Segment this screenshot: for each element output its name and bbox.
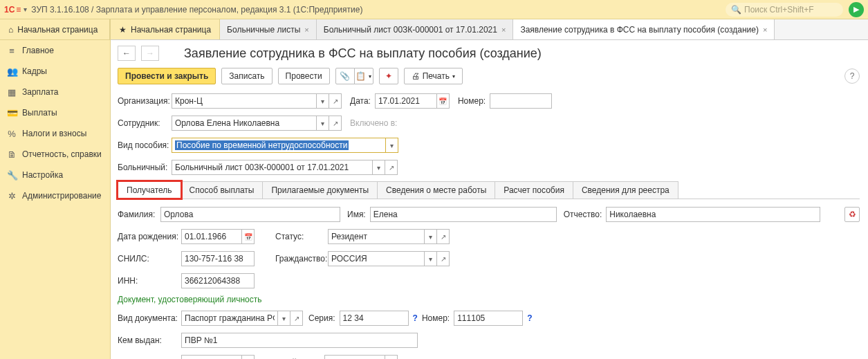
dropdown-icon[interactable]: ▾: [278, 311, 290, 326]
dropdown-icon[interactable]: ▾: [386, 138, 398, 153]
doc-type-input[interactable]: [181, 311, 278, 326]
date-input[interactable]: [375, 93, 437, 109]
issued-by-label: Кем выдан:: [118, 335, 177, 345]
app-logo: 1С≡: [4, 5, 21, 15]
snils-label: СНИЛС:: [118, 254, 177, 264]
dropdown-icon[interactable]: ▾: [425, 229, 437, 244]
patronymic-input[interactable]: [606, 207, 820, 222]
app-menu-chevron[interactable]: ▾: [24, 6, 27, 13]
attach-dropdown[interactable]: 📋▾: [354, 68, 373, 84]
subtab-work-info[interactable]: Сведения о месте работы: [377, 181, 495, 199]
open-icon[interactable]: ↗: [329, 93, 342, 109]
number-help[interactable]: ?: [527, 313, 532, 323]
people-icon: 👥: [7, 66, 17, 77]
sicklist-label: Больничный:: [118, 163, 167, 172]
issue-date-input[interactable]: [181, 355, 242, 359]
subtab-registry-info[interactable]: Сведения для реестра: [573, 181, 678, 199]
inn-input[interactable]: [181, 273, 255, 288]
dropdown-icon[interactable]: ▾: [373, 160, 385, 175]
close-icon[interactable]: ×: [304, 26, 308, 34]
doc-number-input[interactable]: [454, 311, 523, 326]
attach-button[interactable]: 📎: [335, 68, 355, 84]
name-input[interactable]: [370, 207, 557, 222]
org-input[interactable]: [172, 93, 317, 109]
list-icon: ≡: [7, 46, 17, 56]
search-icon: 🔍: [731, 5, 741, 15]
printer-icon: 🖨: [412, 71, 420, 81]
series-label: Серия:: [308, 313, 335, 323]
series-input[interactable]: [340, 311, 409, 326]
tab-sicklists[interactable]: Больничные листы×: [220, 19, 317, 39]
calendar-icon[interactable]: 📅: [242, 229, 255, 244]
tab-fss-application[interactable]: Заявление сотрудника в ФСС на выплату по…: [513, 19, 775, 39]
sidebar-item-taxes[interactable]: %Налоги и взносы: [0, 123, 110, 144]
save-button[interactable]: Записать: [221, 68, 272, 84]
wrench-icon: 🔧: [7, 170, 17, 181]
card-icon: 💳: [7, 108, 17, 118]
status-input[interactable]: [328, 229, 425, 244]
sidebar-item-main[interactable]: ≡Главное: [0, 40, 110, 61]
forward-button[interactable]: →: [141, 46, 159, 61]
calendar-icon[interactable]: 📅: [385, 355, 398, 359]
dropdown-icon[interactable]: ▾: [317, 116, 329, 131]
refresh-person-button[interactable]: ♻: [844, 207, 860, 222]
help-button[interactable]: ?: [844, 68, 860, 84]
submit-button[interactable]: Провести: [278, 68, 330, 84]
employee-input[interactable]: [172, 116, 317, 131]
open-icon[interactable]: ↗: [329, 116, 342, 131]
submit-and-close-button[interactable]: Провести и закрыть: [118, 68, 216, 84]
print-button[interactable]: 🖨Печать▾: [404, 68, 463, 84]
close-icon[interactable]: ×: [763, 26, 767, 34]
doc-icon: 🗎: [7, 149, 17, 160]
open-icon[interactable]: ↗: [385, 160, 398, 175]
patronymic-label: Отчество:: [564, 210, 602, 219]
issued-by-input[interactable]: [181, 333, 418, 348]
grid-icon: ▦: [7, 87, 17, 98]
close-icon[interactable]: ×: [501, 26, 506, 34]
valid-until-input[interactable]: [324, 355, 385, 359]
open-icon[interactable]: ↗: [437, 229, 450, 244]
tab-home-start[interactable]: ★ Начальная страница: [111, 19, 220, 39]
global-search[interactable]: 🔍 Поиск Ctrl+Shift+F: [726, 3, 843, 17]
back-button[interactable]: ←: [118, 46, 136, 61]
sidebar-item-salary[interactable]: ▦Зарплата: [0, 82, 110, 102]
inn-label: ИНН:: [118, 276, 177, 286]
date-label: Дата:: [350, 96, 371, 106]
calendar-icon[interactable]: 📅: [437, 93, 450, 109]
sidebar-item-settings[interactable]: 🔧Настройка: [0, 165, 110, 185]
doc-number-label: Номер:: [422, 313, 450, 323]
run-button[interactable]: ▶: [849, 2, 864, 17]
magic-button[interactable]: ✦: [379, 68, 398, 84]
employee-label: Сотрудник:: [118, 118, 167, 128]
open-icon[interactable]: ↗: [437, 251, 450, 266]
sidebar-item-reports[interactable]: 🗎Отчетность, справки: [0, 144, 110, 165]
percent-icon: %: [7, 129, 17, 139]
sidebar-item-payments[interactable]: 💳Выплаты: [0, 102, 110, 123]
page-title: Заявление сотрудника в ФСС на выплату по…: [184, 46, 542, 61]
subtab-payment-method[interactable]: Способ выплаты: [181, 181, 264, 199]
dropdown-icon[interactable]: ▾: [317, 93, 329, 109]
surname-input[interactable]: [160, 207, 340, 222]
series-help[interactable]: ?: [413, 313, 418, 323]
snils-input[interactable]: [181, 251, 255, 266]
sidebar-home[interactable]: Начальная страница: [17, 25, 98, 35]
subtab-attached-docs[interactable]: Прилагаемые документы: [262, 181, 378, 199]
sidebar-item-admin[interactable]: ✲Администрирование: [0, 185, 110, 206]
subtab-recipient[interactable]: Получатель: [118, 181, 181, 199]
doc-type-label: Вид документа:: [118, 313, 177, 323]
calendar-icon[interactable]: 📅: [242, 355, 255, 359]
number-input[interactable]: [490, 93, 552, 109]
open-icon[interactable]: ↗: [290, 311, 303, 326]
dropdown-icon[interactable]: ▾: [425, 251, 437, 266]
benefit-type-label: Вид пособия:: [118, 140, 167, 150]
citizenship-input[interactable]: [328, 251, 425, 266]
sicklist-input[interactable]: [172, 160, 373, 175]
subtab-benefit-calc[interactable]: Расчет пособия: [495, 181, 573, 199]
dob-input[interactable]: [181, 229, 242, 244]
tab-sicklist-doc[interactable]: Больничный лист 00ЗК-000001 от 17.01.202…: [317, 19, 514, 39]
benefit-type-input[interactable]: Пособие по временной нетрудоспособности: [172, 138, 386, 153]
number-label: Номер:: [458, 96, 486, 106]
sidebar-item-hr[interactable]: 👥Кадры: [0, 61, 110, 82]
star-icon: ★: [119, 25, 127, 35]
wand-icon: ✦: [385, 71, 392, 81]
